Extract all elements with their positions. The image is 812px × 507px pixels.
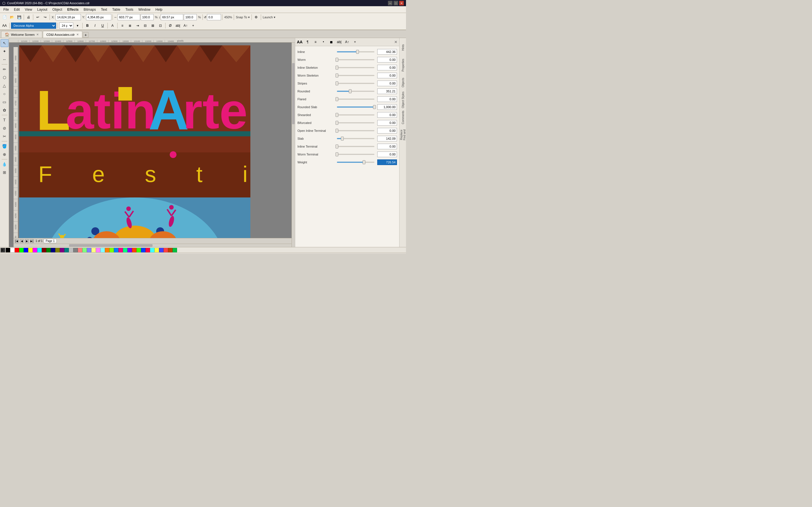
slider-track[interactable]	[337, 154, 374, 155]
slider-track[interactable]	[337, 59, 374, 60]
palette-color[interactable]	[146, 248, 150, 252]
w-input[interactable]	[117, 14, 140, 20]
cut-tool[interactable]: ✂	[1, 132, 8, 140]
minimize-button[interactable]: ─	[388, 1, 393, 5]
slider-track[interactable]	[337, 114, 374, 115]
palette-color[interactable]	[100, 248, 105, 252]
menu-text[interactable]: Text	[99, 7, 109, 12]
palette-color[interactable]	[37, 248, 42, 252]
font-family-select[interactable]: Decovar Alpha	[11, 22, 56, 29]
slider-value[interactable]: 0.00	[377, 57, 397, 62]
caps-btn[interactable]: A↑	[182, 22, 189, 29]
palette-color[interactable]	[6, 248, 10, 252]
slider-track[interactable]	[337, 83, 374, 84]
palette-color[interactable]	[46, 248, 51, 252]
menu-window[interactable]: Window	[136, 7, 153, 12]
close-button[interactable]: ✕	[399, 1, 404, 5]
palette-color[interactable]	[82, 248, 87, 252]
transform-tool[interactable]: ↔	[1, 55, 8, 63]
tab-home[interactable]: 🏠 Welcome Screen ✕	[1, 31, 42, 38]
tab-document[interactable]: CD&I Associates.cdr ✕	[43, 31, 82, 38]
palette-color[interactable]	[114, 248, 118, 252]
slider-thumb[interactable]	[336, 81, 338, 86]
slider-value[interactable]: 1,000.00	[377, 104, 397, 110]
slider-thumb[interactable]	[356, 50, 359, 54]
palette-color[interactable]	[51, 248, 55, 252]
slider-thumb[interactable]	[336, 97, 338, 101]
palette-color[interactable]	[163, 248, 168, 252]
page-next-btn[interactable]: ▶	[25, 239, 29, 243]
menu-file[interactable]: File	[1, 7, 11, 12]
slider-value[interactable]: 0.00	[377, 152, 397, 157]
maximize-button[interactable]: □	[394, 1, 398, 5]
palette-color[interactable]	[55, 248, 60, 252]
h-input[interactable]	[161, 14, 183, 20]
horizontal-scrollbar[interactable]	[13, 244, 292, 247]
page-prev-btn[interactable]: ◀	[20, 239, 24, 243]
sidebar-properties[interactable]: Properties	[400, 57, 406, 73]
slider-track[interactable]	[337, 67, 374, 68]
color-font-btn[interactable]: A	[109, 22, 116, 29]
palette-color[interactable]	[118, 248, 123, 252]
slider-thumb[interactable]	[363, 160, 365, 164]
x-input[interactable]	[56, 14, 81, 20]
menu-effects[interactable]: Effects	[65, 7, 81, 12]
select-tool[interactable]: ↖	[1, 39, 8, 47]
palette-color[interactable]	[33, 248, 37, 252]
panel-list-btn[interactable]: ≡	[312, 39, 319, 45]
sidebar-find-replace[interactable]: Find and Replace	[400, 126, 406, 144]
zoom-tool[interactable]: ⊕	[1, 151, 8, 158]
slider-thumb[interactable]	[336, 129, 338, 133]
font-style-btn[interactable]: AA	[1, 22, 8, 29]
palette-color[interactable]	[154, 248, 159, 252]
slider-track[interactable]	[337, 162, 374, 163]
slider-track[interactable]	[337, 138, 374, 139]
menu-help[interactable]: Help	[153, 7, 165, 12]
indent-btn[interactable]: ⇥	[134, 22, 141, 29]
palette-color[interactable]	[42, 248, 46, 252]
palette-color[interactable]	[137, 248, 141, 252]
palette-color[interactable]	[96, 248, 100, 252]
no-fill-swatch[interactable]: ✕	[1, 248, 5, 252]
list-btn[interactable]: ≡	[119, 22, 126, 29]
font-size-select[interactable]: 24 pt	[59, 22, 73, 29]
slider-track[interactable]	[337, 99, 374, 100]
panel-aa-btn[interactable]: AA	[296, 39, 303, 45]
page-label[interactable]: Page 1	[44, 239, 57, 243]
undo-btn[interactable]: ↩	[35, 14, 41, 20]
sidebar-hints[interactable]: Hints	[400, 39, 406, 56]
w-pct-input[interactable]	[141, 14, 154, 20]
slider-track[interactable]	[337, 51, 374, 52]
palette-color[interactable]	[150, 248, 154, 252]
open-btn[interactable]: 📂	[8, 14, 15, 20]
palette-color[interactable]	[64, 248, 69, 252]
sidebar-object-styles[interactable]: Object Styles	[400, 92, 406, 108]
slider-value[interactable]: 0.00	[377, 96, 397, 102]
freehand-tool[interactable]: ✏	[1, 65, 8, 73]
page-last-btn[interactable]: ▶|	[30, 239, 34, 243]
para-btn[interactable]: ab|	[174, 22, 181, 29]
palette-color[interactable]	[15, 248, 19, 252]
slider-value[interactable]: 0.00	[377, 112, 397, 118]
add-text-btn[interactable]: +	[190, 22, 197, 29]
connector-tool[interactable]: ⊞	[1, 168, 8, 176]
palette-color[interactable]	[78, 248, 82, 252]
slider-value[interactable]: 726.54	[377, 159, 397, 165]
palette-color[interactable]	[123, 248, 128, 252]
angle-input[interactable]	[207, 14, 221, 20]
vertical-scrollbar[interactable]	[292, 43, 295, 247]
redo-btn[interactable]: ↪	[42, 14, 49, 20]
slider-thumb[interactable]	[336, 145, 338, 149]
document-tab-close[interactable]: ✕	[77, 33, 79, 36]
palette-color[interactable]	[168, 248, 172, 252]
panel-plus-btn[interactable]: +	[352, 39, 358, 45]
italic-btn[interactable]: I	[92, 22, 98, 29]
ellipse-tool[interactable]: ○	[1, 90, 8, 98]
panel-ab-btn[interactable]: ab|	[336, 39, 343, 45]
sidebar-objects[interactable]: Objects	[400, 74, 406, 91]
vertical-scroll-thumb[interactable]	[292, 63, 295, 124]
slider-thumb[interactable]	[336, 152, 338, 156]
slider-value[interactable]: 142.09	[377, 136, 397, 142]
horizontal-scroll-thumb[interactable]	[69, 244, 153, 247]
slider-value[interactable]: 0.00	[377, 73, 397, 78]
